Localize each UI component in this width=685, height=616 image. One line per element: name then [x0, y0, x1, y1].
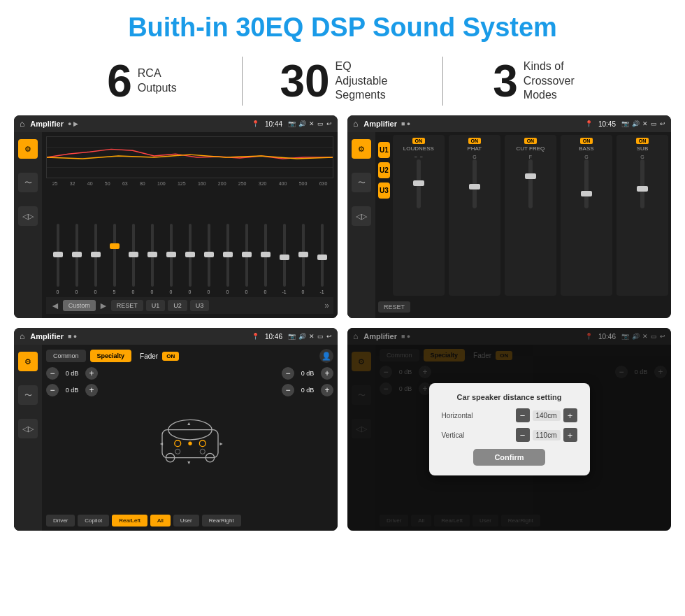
eq-icon-eq[interactable]: ⚙ [18, 139, 38, 159]
stat-crossover: 3 Kinds ofCrossover Modes [443, 59, 643, 103]
fader-db-plus-2[interactable]: + [85, 384, 98, 396]
mixer-u1-btn[interactable]: U1 [378, 142, 390, 158]
sub-on-badge: ON [636, 138, 649, 144]
fader-db-minus-1[interactable]: − [46, 367, 59, 380]
fader-db-plus-3[interactable]: + [321, 367, 333, 380]
eq-btn-custom[interactable]: Custom [63, 300, 96, 311]
fader-db-minus-3[interactable]: − [282, 367, 294, 380]
mixer-volume-icon: 🔊 [632, 120, 640, 127]
eq-slider-1[interactable]: 0 [49, 224, 66, 294]
vertical-plus-btn[interactable]: + [563, 428, 577, 442]
fader-settings-icon[interactable]: 👤 [319, 349, 333, 363]
sub-slider[interactable] [640, 159, 644, 208]
svg-text:►: ► [218, 440, 223, 446]
volume-icon: 🔊 [298, 120, 306, 127]
mixer-icon-eq[interactable]: ⚙ [352, 139, 371, 159]
fader-home-icon: ⌂ [20, 331, 24, 341]
fader-db-value-2: 0 dB [62, 387, 82, 394]
fader-btn-all[interactable]: All [150, 515, 171, 527]
eq-slider-14[interactable]: 0 [294, 224, 312, 294]
fader-volume-icon: 🔊 [298, 333, 306, 340]
dialog-screen: ⌂ Amplifier ■ ● 📍 10:46 📷 🔊 ✕ ▭ ↩ ⚙ 〜 ◁▷ [347, 328, 671, 531]
horizontal-value: 140cm [533, 410, 561, 421]
mixer-ch-bass: ON BASS G [561, 135, 612, 296]
fader-btn-rearright[interactable]: RearRight [202, 515, 241, 527]
phat-slider[interactable] [473, 159, 477, 208]
eq-slider-13[interactable]: -1 [275, 224, 293, 294]
fader-tab-common[interactable]: Common [46, 350, 86, 362]
fader-icon-wave[interactable]: 〜 [18, 385, 38, 405]
stat-label-rca: RCAOutputs [138, 66, 177, 96]
loudness-on-badge: ON [412, 138, 426, 144]
mixer-app-name: Amplifier [363, 120, 397, 128]
vertical-minus-btn[interactable]: − [516, 428, 530, 442]
horizontal-plus-btn[interactable]: + [563, 408, 577, 422]
dialog-box: Car speaker distance setting Horizontal … [429, 383, 590, 475]
mixer-icon-wave[interactable]: 〜 [352, 173, 371, 192]
loudness-slider[interactable] [417, 159, 421, 208]
eq-slider-6[interactable]: 0 [143, 224, 161, 294]
phat-on-badge: ON [468, 138, 482, 144]
mixer-ch-cutfreq: ON CUT FREQ F [505, 135, 556, 296]
mixer-u-buttons: U1 U2 U3 [378, 135, 390, 296]
fader-tab-specialty[interactable]: Specialty [90, 350, 132, 362]
prev-icon[interactable]: ◄ [50, 300, 60, 311]
eq-icon-vol[interactable]: ◁▷ [18, 206, 38, 226]
eq-screen: ⌂ Amplifier ● ▶ 📍 10:44 📷 🔊 ✕ ▭ ↩ ⚙ 〜 ◁▷ [14, 115, 338, 318]
eq-slider-3[interactable]: 0 [87, 224, 104, 294]
dialog-title: Car speaker distance setting [442, 393, 577, 401]
fader-btn-user[interactable]: User [173, 515, 199, 527]
fader-on-badge: ON [162, 352, 179, 361]
mixer-icon-vol[interactable]: ◁▷ [352, 206, 371, 226]
eq-btn-u2[interactable]: U2 [168, 300, 187, 311]
eq-icon-wave[interactable]: 〜 [18, 173, 38, 192]
fader-btn-driver[interactable]: Driver [46, 515, 75, 527]
mixer-reset-btn[interactable]: RESET [378, 301, 410, 313]
eq-btn-u3[interactable]: U3 [190, 300, 210, 311]
fader-btn-rearleft[interactable]: RearLeft [112, 515, 147, 527]
svg-point-9 [175, 449, 180, 454]
eq-slider-12[interactable]: 0 [257, 224, 274, 294]
eq-left-icons: ⚙ 〜 ◁▷ [14, 132, 42, 318]
fader-icon-eq[interactable]: ⚙ [18, 352, 38, 371]
horizontal-minus-btn[interactable]: − [516, 408, 530, 422]
eq-btn-reset[interactable]: RESET [111, 300, 143, 311]
mixer-u3-btn[interactable]: U3 [378, 182, 390, 199]
svg-text:▼: ▼ [186, 459, 191, 465]
svg-point-15 [188, 441, 192, 445]
eq-slider-9[interactable]: 0 [200, 224, 217, 294]
dialog-confirm-button[interactable]: Confirm [473, 449, 545, 466]
eq-btn-u1[interactable]: U1 [146, 300, 166, 311]
eq-slider-11[interactable]: 0 [238, 224, 255, 294]
stat-number-rca: 6 [107, 59, 132, 103]
bass-slider[interactable] [584, 159, 589, 208]
fader-right-controls: − 0 dB + − 0 dB + [282, 367, 333, 510]
fader-db-plus-4[interactable]: + [321, 384, 333, 396]
bass-label: BASS [579, 145, 593, 152]
fader-db-minus-4[interactable]: − [282, 384, 294, 396]
eq-slider-4[interactable]: 5 [106, 224, 123, 294]
eq-slider-15[interactable]: -1 [313, 224, 331, 294]
fader-btn-copilot[interactable]: Copilot [78, 515, 109, 527]
mixer-u2-btn[interactable]: U2 [378, 162, 390, 178]
fader-icon-vol[interactable]: ◁▷ [18, 419, 38, 438]
eq-slider-7[interactable]: 0 [162, 224, 180, 294]
eq-slider-10[interactable]: 0 [219, 224, 236, 294]
fader-db-plus-1[interactable]: + [85, 367, 98, 380]
mixer-main-area: U1 U2 U3 ON LOUDNESS ~ ~ [375, 132, 671, 318]
fader-db-minus-2[interactable]: − [46, 384, 59, 396]
next-icon[interactable]: ► [99, 300, 108, 311]
cutfreq-slider[interactable] [528, 159, 533, 208]
fader-battery-icon: ▭ [317, 333, 324, 340]
stat-label-eq: EQ AdjustableSegments [336, 59, 405, 103]
eq-slider-8[interactable]: 0 [181, 224, 199, 294]
mixer-location-icon: 📍 [585, 120, 593, 127]
eq-slider-5[interactable]: 0 [124, 224, 142, 294]
fader-db-value-1: 0 dB [62, 370, 82, 377]
camera-icon: 📷 [288, 120, 296, 127]
fader-car-diagram: ▲ ▼ ◄ ► [103, 367, 276, 510]
eq-slider-2[interactable]: 0 [68, 224, 85, 294]
eq-bottom-bar: ◄ Custom ► RESET U1 U2 U3 » [46, 297, 333, 314]
fader-app-name: Amplifier [30, 332, 64, 341]
stat-eq: 30 EQ AdjustableSegments [243, 59, 442, 103]
